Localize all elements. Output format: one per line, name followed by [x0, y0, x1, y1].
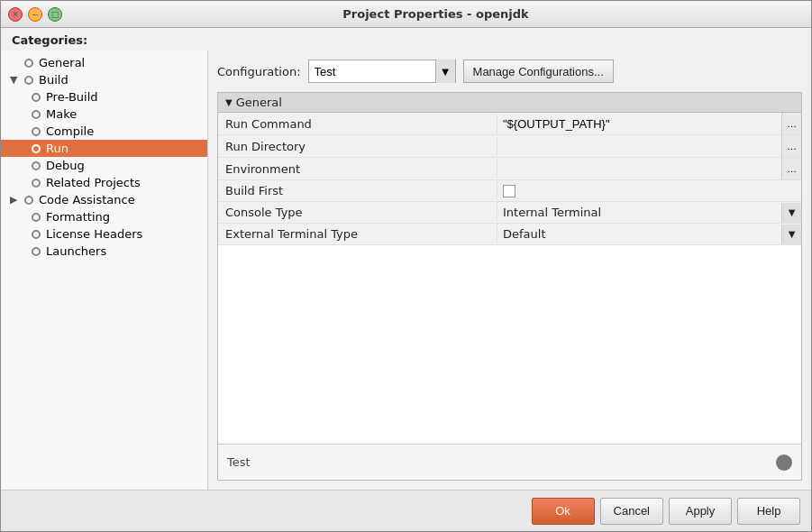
- run-command-input[interactable]: [497, 115, 781, 133]
- sidebar-label-launchers: Launchers: [46, 244, 106, 258]
- run-directory-browse-button[interactable]: …: [781, 135, 801, 157]
- prop-value-run-command: …: [497, 113, 801, 134]
- external-terminal-dropdown-arrow[interactable]: ▼: [781, 225, 801, 244]
- external-terminal-value: Default: [497, 225, 781, 243]
- config-label: Configuration:: [217, 65, 301, 78]
- sidebar-item-general[interactable]: General: [1, 54, 207, 71]
- main-body: General ▼ Build Pre-Build Make: [1, 50, 811, 490]
- right-panel: Configuration: ▼ Manage Configurations..…: [208, 50, 811, 490]
- sidebar-label-code-assistance: Code Assistance: [39, 193, 135, 206]
- properties-table: ▼ General Run Command … Run Directory: [217, 92, 802, 481]
- environment-input[interactable]: [497, 161, 781, 178]
- bullet-icon: [32, 93, 41, 102]
- titlebar: ✕ − □ Project Properties - openjdk: [1, 1, 811, 28]
- expand-icon: ▼: [10, 74, 23, 86]
- sidebar-item-code-assistance[interactable]: ▶ Code Assistance: [1, 191, 207, 208]
- prop-name-external-terminal-type: External Terminal Type: [218, 225, 497, 243]
- minimize-button[interactable]: −: [28, 7, 42, 22]
- table-row: Run Directory …: [218, 135, 801, 158]
- expand-icon: ▶: [10, 194, 23, 206]
- bullet-icon: [32, 213, 41, 222]
- run-command-browse-button[interactable]: …: [781, 113, 801, 134]
- window-title: Project Properties - openjdk: [68, 7, 804, 21]
- test-bar: Test: [218, 444, 801, 480]
- cancel-button[interactable]: Cancel: [600, 498, 663, 525]
- table-row: Build First: [218, 180, 801, 202]
- table-row: Run Command …: [218, 113, 801, 135]
- bullet-icon: [24, 76, 33, 85]
- sidebar-item-run[interactable]: Run: [1, 140, 207, 157]
- run-directory-input[interactable]: [497, 138, 781, 155]
- prop-value-run-directory: …: [497, 135, 801, 157]
- sidebar-label-related-projects: Related Projects: [46, 176, 141, 189]
- bullet-icon: [24, 59, 33, 68]
- prop-value-environment: …: [497, 158, 801, 179]
- section-label: General: [236, 96, 282, 109]
- bullet-icon: [32, 127, 41, 136]
- bullet-icon: [24, 196, 33, 205]
- prop-name-run-directory: Run Directory: [218, 137, 497, 156]
- prop-value-console-type: Internal Terminal ▼: [497, 203, 801, 223]
- environment-browse-button[interactable]: …: [781, 158, 801, 179]
- config-input[interactable]: [309, 63, 435, 80]
- table-row: External Terminal Type Default ▼: [218, 224, 801, 245]
- prop-name-run-command: Run Command: [218, 115, 497, 133]
- sidebar-label-general: General: [39, 56, 85, 69]
- bullet-icon: [32, 230, 41, 239]
- config-row: Configuration: ▼ Manage Configurations..…: [217, 60, 802, 83]
- close-button[interactable]: ✕: [8, 7, 23, 22]
- content-area: Categories: General ▼ Build: [1, 28, 811, 531]
- sidebar-label-compile: Compile: [46, 124, 94, 138]
- bottom-bar: Ok Cancel Apply Help: [1, 490, 811, 531]
- apply-button[interactable]: Apply: [669, 498, 732, 525]
- sidebar-item-build[interactable]: ▼ Build: [1, 71, 207, 88]
- sidebar-item-formatting[interactable]: Formatting: [1, 208, 207, 225]
- sidebar: General ▼ Build Pre-Build Make: [1, 50, 208, 490]
- categories-header: Categories:: [1, 28, 811, 50]
- sidebar-item-make[interactable]: Make: [1, 105, 207, 123]
- sidebar-label-debug: Debug: [46, 159, 85, 172]
- maximize-button[interactable]: □: [48, 7, 62, 22]
- console-type-dropdown-arrow[interactable]: ▼: [781, 203, 801, 223]
- ok-button[interactable]: Ok: [532, 498, 595, 525]
- sidebar-item-compile[interactable]: Compile: [1, 123, 207, 140]
- bullet-icon: [32, 179, 41, 188]
- prop-name-console-type: Console Type: [218, 203, 497, 222]
- bullet-icon: [32, 144, 41, 153]
- section-collapse-icon[interactable]: ▼: [225, 97, 233, 107]
- bullet-icon: [32, 110, 41, 119]
- prop-name-environment: Environment: [218, 160, 497, 179]
- prop-name-build-first: Build First: [218, 181, 497, 200]
- empty-area: [218, 245, 801, 444]
- table-row: Environment …: [218, 158, 801, 180]
- sidebar-label-build: Build: [39, 73, 68, 87]
- sidebar-item-debug[interactable]: Debug: [1, 157, 207, 174]
- sidebar-item-launchers[interactable]: Launchers: [1, 243, 207, 260]
- console-type-value: Internal Terminal: [497, 203, 781, 222]
- bullet-icon: [32, 247, 41, 256]
- table-row: Console Type Internal Terminal ▼: [218, 202, 801, 224]
- manage-configurations-button[interactable]: Manage Configurations...: [463, 60, 614, 83]
- prop-value-build-first: [497, 182, 801, 200]
- sidebar-item-related-projects[interactable]: Related Projects: [1, 174, 207, 191]
- sidebar-label-run: Run: [46, 142, 68, 155]
- test-label: Test: [227, 455, 251, 469]
- sidebar-label-make: Make: [46, 107, 77, 121]
- bullet-icon: [32, 161, 41, 170]
- sidebar-label-license-headers: License Headers: [46, 227, 142, 241]
- sidebar-item-pre-build[interactable]: Pre-Build: [1, 88, 207, 105]
- spinner-icon: [776, 454, 792, 471]
- section-header: ▼ General: [218, 93, 801, 113]
- main-window: ✕ − □ Project Properties - openjdk Categ…: [0, 0, 812, 532]
- sidebar-label-pre-build: Pre-Build: [46, 90, 98, 104]
- config-dropdown-arrow[interactable]: ▼: [435, 60, 455, 83]
- help-button[interactable]: Help: [737, 498, 800, 525]
- config-select-wrapper: ▼: [308, 60, 456, 83]
- build-first-checkbox[interactable]: [503, 185, 515, 197]
- prop-value-external-terminal-type: Default ▼: [497, 225, 801, 244]
- sidebar-item-license-headers[interactable]: License Headers: [1, 225, 207, 243]
- sidebar-label-formatting: Formatting: [46, 210, 110, 224]
